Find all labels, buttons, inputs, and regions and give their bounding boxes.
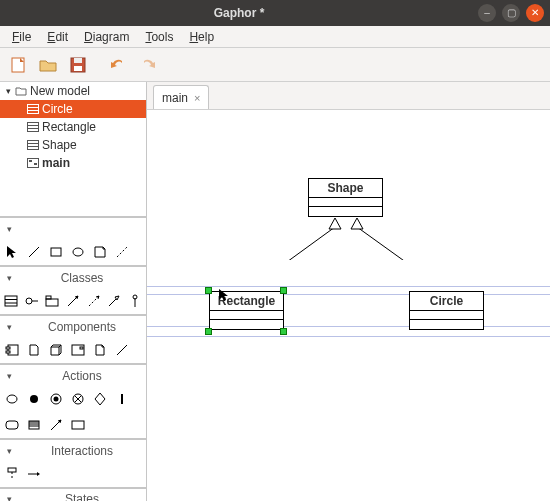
uml-class-name: Circle — [410, 292, 483, 311]
tool-association[interactable] — [64, 291, 83, 311]
new-file-button[interactable] — [4, 51, 32, 79]
alignment-guide — [147, 326, 550, 327]
svg-point-40 — [30, 395, 38, 403]
tab-close-icon[interactable]: × — [194, 92, 200, 104]
tool-activity-final[interactable] — [24, 389, 44, 409]
tool-implementation[interactable] — [125, 291, 144, 311]
tree-item-label: Rectangle — [42, 120, 96, 134]
palette-header: Components — [18, 320, 146, 334]
tree-item-rectangle[interactable]: Rectangle — [0, 118, 146, 136]
tool-initial-node[interactable] — [2, 389, 22, 409]
window-maximize-button[interactable]: ▢ — [502, 4, 520, 22]
window-close-button[interactable]: ✕ — [526, 4, 544, 22]
tree-item-main[interactable]: main — [0, 154, 146, 172]
palette-collapse-icon[interactable]: ▾ — [0, 224, 18, 234]
menu-tools[interactable]: Tools — [137, 28, 181, 46]
tree-root[interactable]: ▾ New model — [0, 82, 146, 100]
tool-package[interactable] — [43, 291, 62, 311]
tool-send-signal[interactable] — [24, 415, 44, 435]
tool-connector[interactable] — [112, 340, 132, 360]
model-tree[interactable]: ▾ New model Circle Rectangle Shape — [0, 82, 146, 217]
class-icon — [26, 104, 40, 114]
tool-dependency[interactable] — [84, 291, 103, 311]
tree-item-circle[interactable]: Circle — [0, 100, 146, 118]
tool-node[interactable] — [46, 340, 66, 360]
alignment-guide — [147, 294, 550, 295]
palette-collapse-icon[interactable]: ▾ — [0, 273, 18, 283]
menu-diagram[interactable]: Diagram — [76, 28, 137, 46]
tool-bar[interactable] — [112, 389, 132, 409]
tab-main[interactable]: main × — [153, 85, 209, 109]
tree-root-label: New model — [30, 84, 90, 98]
tool-generalization[interactable] — [105, 291, 124, 311]
open-button[interactable] — [34, 51, 62, 79]
tree-item-shape[interactable]: Shape — [0, 136, 146, 154]
left-panel: ▾ New model Circle Rectangle Shape — [0, 82, 147, 501]
tool-comment-line[interactable] — [112, 242, 132, 262]
diagram-canvas[interactable]: Shape Rectangle Circle — [147, 110, 550, 501]
tool-action[interactable] — [2, 415, 22, 435]
tool-lifeline[interactable] — [2, 464, 22, 484]
tool-ellipse[interactable] — [68, 242, 88, 262]
tool-message[interactable] — [24, 464, 44, 484]
menu-edit[interactable]: Edit — [39, 28, 76, 46]
svg-line-58 — [357, 227, 446, 260]
svg-rect-34 — [6, 347, 10, 349]
palette-collapse-icon[interactable]: ▾ — [0, 322, 18, 332]
save-button[interactable] — [64, 51, 92, 79]
uml-class-rectangle[interactable]: Rectangle — [209, 291, 284, 330]
tool-component[interactable] — [2, 340, 22, 360]
tool-interface[interactable] — [23, 291, 42, 311]
palette-collapse-icon[interactable]: ▾ — [0, 446, 18, 456]
resize-handle-nw[interactable] — [205, 287, 212, 294]
palette-collapse-icon[interactable]: ▾ — [0, 494, 18, 501]
svg-line-38 — [117, 345, 127, 355]
tool-comment[interactable] — [90, 242, 110, 262]
menu-help[interactable]: Help — [181, 28, 222, 46]
svg-rect-4 — [74, 58, 82, 63]
svg-rect-53 — [72, 421, 84, 429]
uml-class-shape[interactable]: Shape — [308, 178, 383, 217]
palette-collapse-icon[interactable]: ▾ — [0, 371, 18, 381]
tool-class[interactable] — [2, 291, 21, 311]
redo-icon — [138, 55, 158, 75]
tree-expand-icon[interactable]: ▾ — [2, 86, 14, 96]
undo-button[interactable] — [104, 51, 132, 79]
svg-rect-35 — [6, 351, 10, 353]
diagram-edges — [147, 110, 447, 260]
tool-accept-event[interactable] — [46, 415, 66, 435]
svg-rect-47 — [6, 421, 18, 429]
palette-header: Interactions — [18, 444, 146, 458]
resize-handle-sw[interactable] — [205, 328, 212, 335]
tool-subsystem[interactable] — [90, 340, 110, 360]
resize-handle-se[interactable] — [280, 328, 287, 335]
palette-header: States — [18, 492, 146, 501]
tool-fork[interactable] — [90, 389, 110, 409]
uml-class-circle[interactable]: Circle — [409, 291, 484, 330]
svg-rect-0 — [12, 58, 24, 72]
resize-handle-ne[interactable] — [280, 287, 287, 294]
tree-item-label: Shape — [42, 138, 77, 152]
menu-file[interactable]: File — [4, 28, 39, 46]
svg-line-29 — [89, 296, 99, 306]
tool-line[interactable] — [24, 242, 44, 262]
palette-header: Actions — [18, 369, 146, 383]
svg-rect-15 — [29, 160, 32, 162]
tool-box[interactable] — [46, 242, 66, 262]
open-icon — [38, 55, 58, 75]
tab-label: main — [162, 91, 188, 105]
redo-button[interactable] — [134, 51, 162, 79]
window-title: Gaphor * — [6, 6, 472, 20]
svg-marker-59 — [329, 218, 341, 229]
window-minimize-button[interactable]: – — [478, 4, 496, 22]
diagram-icon — [26, 158, 40, 168]
tool-object-flow[interactable] — [68, 415, 88, 435]
tab-strip: main × — [147, 82, 550, 110]
tool-pointer[interactable] — [2, 242, 22, 262]
tool-flow-final[interactable] — [46, 389, 66, 409]
tool-device[interactable] — [68, 340, 88, 360]
tool-decision[interactable] — [68, 389, 88, 409]
svg-rect-54 — [8, 468, 16, 472]
svg-rect-5 — [28, 105, 39, 114]
tool-artifact[interactable] — [24, 340, 44, 360]
